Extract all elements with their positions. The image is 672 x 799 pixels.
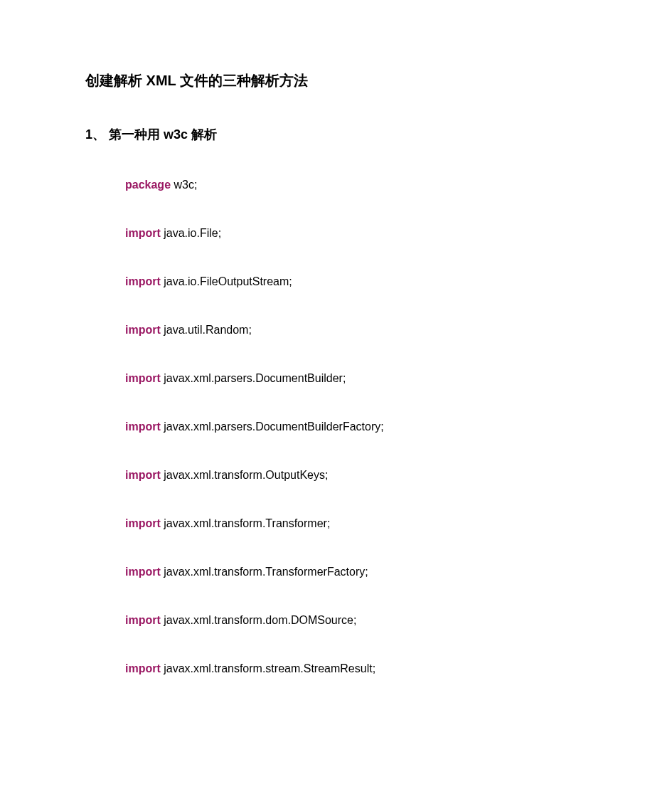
keyword-import: import bbox=[125, 517, 161, 529]
code-text: javax.xml.transform.dom.DOMSource; bbox=[161, 614, 357, 626]
code-text: javax.xml.transform.Transformer; bbox=[161, 517, 331, 529]
code-line: import java.util.Random; bbox=[125, 324, 672, 337]
code-text: java.util.Random; bbox=[161, 324, 252, 336]
document-title: 创建解析 XML 文件的三种解析方法 bbox=[85, 71, 672, 90]
keyword-import: import bbox=[125, 227, 161, 239]
code-text: javax.xml.transform.stream.StreamResult; bbox=[161, 662, 375, 674]
keyword-import: import bbox=[125, 275, 161, 287]
code-text: w3c; bbox=[171, 179, 197, 191]
keyword-import: import bbox=[125, 324, 161, 336]
section-heading: 1、 第一种用 w3c 解析 bbox=[85, 126, 672, 143]
keyword-import: import bbox=[125, 420, 161, 433]
code-line: import javax.xml.transform.TransformerFa… bbox=[125, 566, 672, 578]
code-line: import javax.xml.parsers.DocumentBuilder… bbox=[125, 372, 672, 385]
code-text: javax.xml.transform.OutputKeys; bbox=[161, 469, 329, 481]
code-line: import javax.xml.transform.stream.Stream… bbox=[125, 662, 672, 675]
code-line: import javax.xml.transform.OutputKeys; bbox=[125, 469, 672, 482]
code-text: java.io.FileOutputStream; bbox=[161, 275, 292, 287]
keyword-import: import bbox=[125, 566, 161, 578]
code-block: package w3c; import java.io.File; import… bbox=[85, 179, 672, 675]
keyword-import: import bbox=[125, 469, 161, 481]
code-line: import java.io.FileOutputStream; bbox=[125, 275, 672, 288]
code-line: package w3c; bbox=[125, 179, 672, 191]
code-line: import javax.xml.transform.dom.DOMSource… bbox=[125, 614, 672, 627]
code-text: javax.xml.parsers.DocumentBuilder; bbox=[161, 372, 346, 384]
keyword-import: import bbox=[125, 614, 161, 626]
keyword-package: package bbox=[125, 179, 171, 191]
keyword-import: import bbox=[125, 662, 161, 674]
code-line: import javax.xml.parsers.DocumentBuilder… bbox=[125, 420, 672, 433]
keyword-import: import bbox=[125, 372, 161, 384]
code-text: javax.xml.transform.TransformerFactory; bbox=[161, 566, 368, 578]
code-text: javax.xml.parsers.DocumentBuilderFactory… bbox=[161, 420, 384, 433]
code-text: java.io.File; bbox=[161, 227, 221, 239]
code-line: import java.io.File; bbox=[125, 227, 672, 240]
code-line: import javax.xml.transform.Transformer; bbox=[125, 517, 672, 530]
